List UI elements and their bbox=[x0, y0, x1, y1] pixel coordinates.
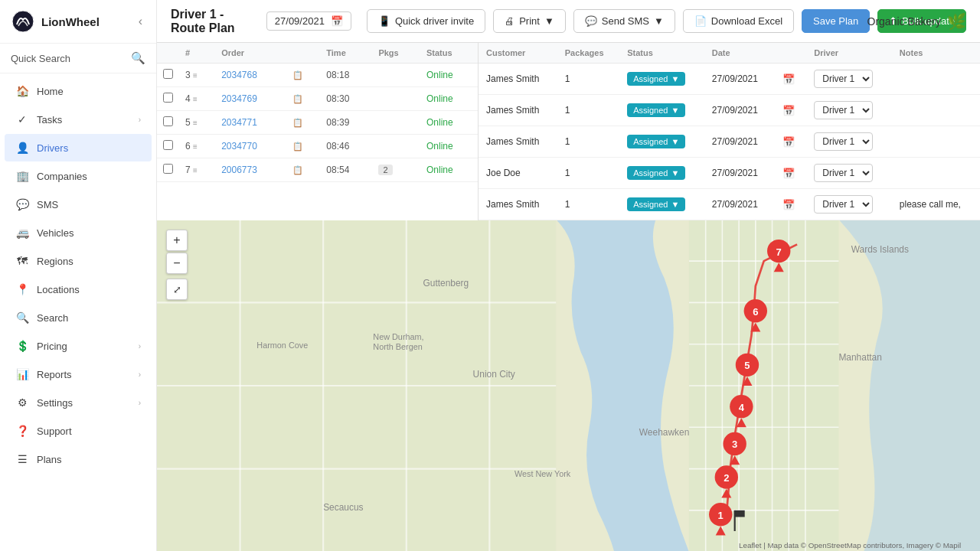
sidebar-label-support: Support bbox=[37, 425, 141, 437]
sidebar-label-search: Search bbox=[37, 312, 141, 324]
order-notes bbox=[892, 158, 980, 189]
sidebar-item-companies[interactable]: 🏢 Companies bbox=[5, 162, 152, 190]
zoom-in-button[interactable]: + bbox=[166, 230, 188, 251]
send-sms-button[interactable]: 💬 Send SMS ▼ bbox=[573, 9, 675, 33]
stop-number: 5 ≡ bbox=[179, 111, 215, 135]
driver-select[interactable]: Driver 1 Driver 2 bbox=[814, 132, 873, 151]
date-cal-icon[interactable]: 📅 bbox=[775, 189, 806, 220]
sidebar-item-search[interactable]: 🔍 Search bbox=[5, 304, 152, 331]
order-status-badge[interactable]: Assigned ▼ bbox=[619, 189, 704, 220]
driver-cell[interactable]: Driver 1 Driver 2 bbox=[806, 158, 892, 189]
stop-checkbox-1[interactable] bbox=[163, 93, 173, 103]
orders-table-container: Customer Packages Status Date Driver Not… bbox=[479, 43, 980, 220]
date-cal-icon[interactable]: 📅 bbox=[775, 126, 806, 158]
assigned-badge[interactable]: Assigned ▼ bbox=[627, 72, 685, 86]
order-link[interactable]: 2034770 bbox=[221, 141, 257, 152]
order-link-cell[interactable]: 2006773 bbox=[215, 158, 286, 182]
order-copy-icon: 📋 bbox=[286, 87, 320, 111]
quick-search-row: Quick Search 🔍 bbox=[0, 44, 156, 73]
table-row: James Smith 1 Assigned ▼ 27/09/2021 📅 Dr… bbox=[479, 64, 980, 95]
status-dropdown-icon: ▼ bbox=[671, 168, 679, 178]
expand-map-button[interactable]: ⤢ bbox=[166, 279, 188, 300]
sidebar-item-support[interactable]: ❓ Support bbox=[5, 417, 152, 445]
col-stop-num: # bbox=[179, 43, 215, 64]
order-status-badge[interactable]: Assigned ▼ bbox=[619, 64, 704, 95]
order-copy-icon: 📋 bbox=[286, 64, 320, 87]
sidebar-label-pricing: Pricing bbox=[37, 341, 139, 352]
print-button[interactable]: 🖨 Print ▼ bbox=[493, 9, 566, 33]
order-status-badge[interactable]: Assigned ▼ bbox=[619, 126, 704, 158]
mobile-icon: 📱 bbox=[378, 15, 390, 27]
assigned-badge[interactable]: Assigned ▼ bbox=[627, 166, 685, 180]
stop-checkbox-2[interactable] bbox=[163, 116, 173, 126]
sidebar-item-plans[interactable]: ☰ Plans bbox=[5, 445, 152, 473]
col-packages: Packages bbox=[557, 43, 619, 64]
order-link[interactable]: 2034768 bbox=[221, 70, 257, 80]
sidebar-item-drivers[interactable]: 👤 Drivers bbox=[5, 134, 152, 161]
stop-checkbox-3[interactable] bbox=[163, 140, 173, 150]
save-plan-button[interactable]: Save Plan bbox=[802, 9, 870, 33]
sidebar-item-sms[interactable]: 💬 SMS bbox=[5, 191, 152, 218]
svg-text:3: 3 bbox=[732, 439, 737, 450]
order-status-badge[interactable]: Assigned ▼ bbox=[619, 95, 704, 126]
driver-cell[interactable]: Driver 1 Driver 2 bbox=[806, 95, 892, 126]
collapse-sidebar-button[interactable]: ‹ bbox=[136, 13, 145, 30]
svg-text:Harmon Cove: Harmon Cove bbox=[256, 341, 308, 350]
main-content: Driver 1 - Route Plan 27/09/2021 📅 📱 Qui… bbox=[157, 0, 980, 551]
assigned-badge[interactable]: Assigned ▼ bbox=[627, 103, 685, 117]
sidebar-item-settings[interactable]: ⚙ Settings › bbox=[5, 389, 152, 416]
zoom-out-button[interactable]: − bbox=[166, 253, 188, 274]
order-link[interactable]: 2034769 bbox=[221, 93, 257, 104]
stop-checkbox-0[interactable] bbox=[163, 69, 173, 79]
order-status-badge[interactable]: Assigned ▼ bbox=[619, 158, 704, 189]
assigned-badge[interactable]: Assigned ▼ bbox=[627, 197, 685, 211]
table-row: James Smith 1 Assigned ▼ 27/09/2021 📅 Dr… bbox=[479, 126, 980, 158]
vehicles-icon: 🚐 bbox=[15, 226, 29, 240]
order-link-cell[interactable]: 2034768 bbox=[215, 64, 286, 87]
download-excel-button[interactable]: 📄 Download Excel bbox=[683, 9, 794, 33]
sidebar-item-regions[interactable]: 🗺 Regions bbox=[5, 247, 152, 275]
order-link-cell[interactable]: 2034771 bbox=[215, 111, 286, 135]
driver-select[interactable]: Driver 1 Driver 2 bbox=[814, 195, 873, 214]
order-link-cell[interactable]: 2034770 bbox=[215, 135, 286, 158]
order-link[interactable]: 2006773 bbox=[221, 165, 257, 175]
quick-search-button[interactable]: 🔍 bbox=[131, 51, 145, 65]
table-row: 6 ≡ 2034770 📋 08:46 Online bbox=[157, 135, 478, 158]
sidebar-item-reports[interactable]: 📊 Reports › bbox=[5, 360, 152, 388]
driver-cell[interactable]: Driver 1 Driver 2 bbox=[806, 64, 892, 95]
date-cal-icon[interactable]: 📅 bbox=[775, 158, 806, 189]
driver-select[interactable]: Driver 1 Driver 2 bbox=[814, 164, 873, 182]
assigned-badge[interactable]: Assigned ▼ bbox=[627, 135, 685, 148]
date-picker[interactable]: 27/09/2021 📅 bbox=[266, 11, 351, 31]
driver-select[interactable]: Driver 1 Driver 2 bbox=[814, 101, 873, 119]
svg-text:North Bergen: North Bergen bbox=[373, 342, 423, 351]
package-count: 1 bbox=[557, 189, 619, 220]
driver-cell[interactable]: Driver 1 Driver 2 bbox=[806, 126, 892, 158]
tables-section: # Order Time Pkgs Status 3 ≡ 2034768 📋 0… bbox=[157, 43, 980, 220]
order-link-cell[interactable]: 2034769 bbox=[215, 87, 286, 111]
driver-select[interactable]: Driver 1 Driver 2 bbox=[814, 70, 873, 88]
tasks-icon: ✓ bbox=[15, 112, 29, 126]
sidebar-item-home[interactable]: 🏠 Home bbox=[5, 77, 152, 105]
package-count: 1 bbox=[557, 64, 619, 95]
sidebar-item-vehicles[interactable]: 🚐 Vehicles bbox=[5, 219, 152, 246]
sidebar-item-tasks[interactable]: ✓ Tasks › bbox=[5, 106, 152, 133]
order-link[interactable]: 2034771 bbox=[221, 117, 257, 128]
driver-cell[interactable]: Driver 1 Driver 2 bbox=[806, 189, 892, 220]
sidebar-item-locations[interactable]: 📍 Locations bbox=[5, 276, 152, 303]
reports-icon: 📊 bbox=[15, 367, 29, 381]
order-notes bbox=[892, 64, 980, 95]
date-cal-icon[interactable]: 📅 bbox=[775, 64, 806, 95]
col-order-status: Status bbox=[619, 43, 704, 64]
col-driver: Driver bbox=[806, 43, 892, 64]
svg-text:Secaucus: Secaucus bbox=[323, 502, 363, 513]
package-count: 1 bbox=[557, 95, 619, 126]
stop-number: 6 ≡ bbox=[179, 135, 215, 158]
stop-checkbox-4[interactable] bbox=[163, 164, 173, 174]
sidebar-label-home: Home bbox=[37, 86, 141, 97]
quick-driver-invite-button[interactable]: 📱 Quick driver invite bbox=[367, 9, 485, 33]
table-row: 5 ≡ 2034771 📋 08:39 Online bbox=[157, 111, 478, 135]
regions-icon: 🗺 bbox=[15, 254, 29, 268]
sidebar-item-pricing[interactable]: 💲 Pricing › bbox=[5, 332, 152, 360]
date-cal-icon[interactable]: 📅 bbox=[775, 95, 806, 126]
